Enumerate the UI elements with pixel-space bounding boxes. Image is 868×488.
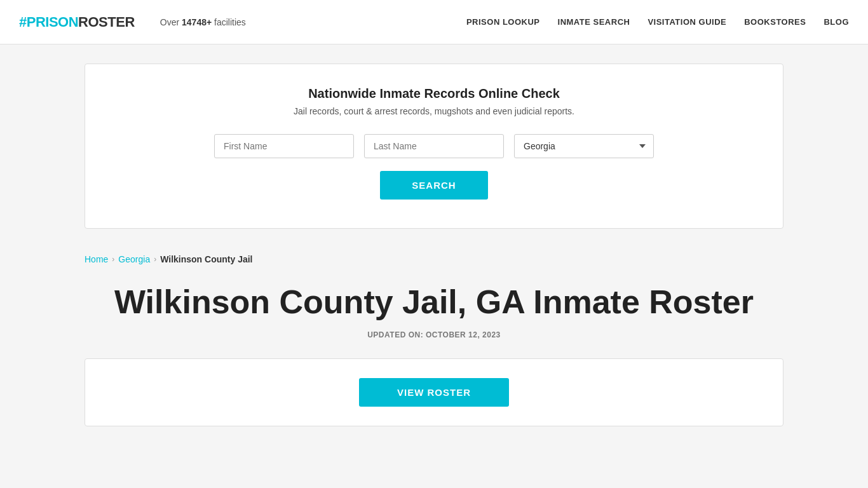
- updated-date: UPDATED ON: OCTOBER 12, 2023: [85, 330, 783, 339]
- navbar: #PRISONROSTER Over 14748+ facilities PRI…: [0, 0, 868, 44]
- nav-tagline: Over 14748+ facilities: [160, 17, 246, 27]
- nav-visitation-guide[interactable]: VISITATION GUIDE: [648, 17, 726, 27]
- search-form-row: AlabamaAlaskaArizonaArkansasCaliforniaCo…: [111, 134, 757, 158]
- breadcrumb-current: Wilkinson County Jail: [160, 254, 252, 264]
- breadcrumb-separator-2: ›: [154, 255, 156, 264]
- nav-bookstores[interactable]: BOOKSTORES: [744, 17, 806, 27]
- logo-prison: PRISON: [27, 14, 78, 30]
- nav-links: PRISON LOOKUP INMATE SEARCH VISITATION G…: [466, 17, 849, 27]
- breadcrumb-separator-1: ›: [112, 255, 114, 264]
- nav-prison-lookup[interactable]: PRISON LOOKUP: [466, 17, 540, 27]
- breadcrumb-home[interactable]: Home: [85, 254, 108, 264]
- tagline-count: 14748+: [182, 17, 212, 27]
- tagline-prefix: Over: [160, 17, 182, 27]
- bottom-card: VIEW ROSTER: [85, 358, 783, 426]
- main-title-section: Wilkinson County Jail, GA Inmate Roster …: [85, 283, 783, 339]
- search-widget-subtitle: Jail records, court & arrest records, mu…: [111, 106, 757, 116]
- breadcrumb-state[interactable]: Georgia: [118, 254, 150, 264]
- state-select[interactable]: AlabamaAlaskaArizonaArkansasCaliforniaCo…: [514, 134, 654, 158]
- nav-inmate-search[interactable]: INMATE SEARCH: [558, 17, 630, 27]
- nav-blog[interactable]: BLOG: [824, 17, 849, 27]
- logo-hash: #: [19, 14, 27, 30]
- first-name-input[interactable]: [214, 134, 354, 158]
- last-name-input[interactable]: [364, 134, 504, 158]
- search-button[interactable]: SEARCH: [380, 171, 487, 200]
- search-btn-row: SEARCH: [111, 171, 757, 200]
- search-widget: Nationwide Inmate Records Online Check J…: [85, 64, 783, 229]
- logo-roster: ROSTER: [78, 14, 135, 30]
- page-title: Wilkinson County Jail, GA Inmate Roster: [85, 283, 783, 322]
- site-logo[interactable]: #PRISONROSTER: [19, 14, 135, 30]
- tagline-suffix: facilities: [212, 17, 246, 27]
- search-widget-title: Nationwide Inmate Records Online Check: [111, 86, 757, 101]
- breadcrumb: Home › Georgia › Wilkinson County Jail: [85, 248, 783, 271]
- view-roster-button[interactable]: VIEW ROSTER: [359, 378, 509, 407]
